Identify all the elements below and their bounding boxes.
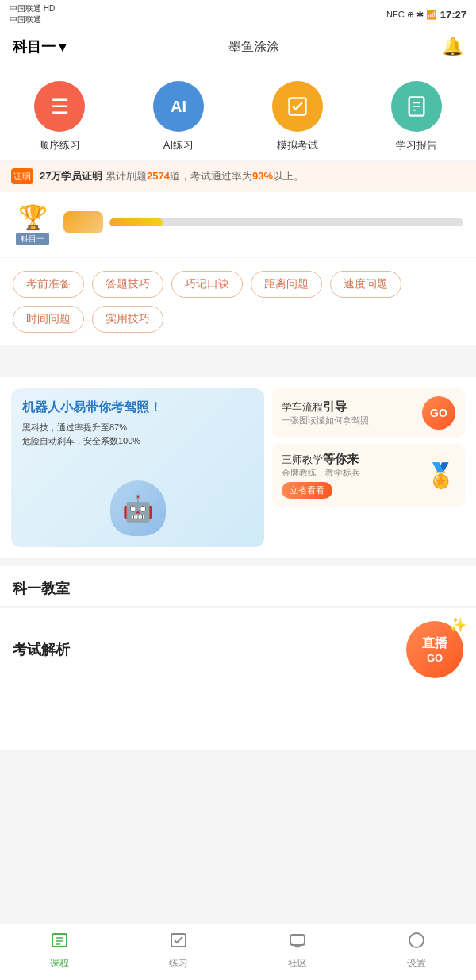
trophy-label: 科目一 [16,233,49,245]
tag-item[interactable]: 考前准备 [13,271,84,298]
trophy-icon: 🏆 [18,203,48,231]
nav-course[interactable]: 课程 [50,931,69,970]
see-button[interactable]: 立省看看 [282,482,332,499]
banner-prefix: 27万学员证明 [40,170,102,182]
dropdown-icon: ▾ [59,38,66,56]
stars-decoration: ✨ [449,616,466,634]
community-icon [288,931,307,955]
nav-practice-label: 练习 [169,957,188,970]
quick-actions: ☰ 顺序练习 AI AI练习 模拟考试 学习报告 [0,65,476,160]
ad-card-teacher[interactable]: 三师教学等你来 金牌教练，教学标兵 立省看看 🏅 [272,444,465,507]
practice-icon [169,931,188,955]
tags-section: 考前准备 答题技巧 巧记口诀 距离问题 速度问题 时间问题 实用技巧 [0,258,476,345]
bottom-nav: 课程 练习 社区 设置 [0,924,476,980]
mock-icon [272,81,323,132]
report-icon [391,81,442,132]
nav-settings[interactable]: 设置 [407,931,426,970]
course-icon [50,931,69,955]
ad-card-guide[interactable]: 学车流程引导 一张图读懂如何拿驾照 GO [272,388,465,438]
analysis-section: 考试解析 ✨ 直播 GO [0,608,476,686]
tag-item[interactable]: 答题技巧 [92,271,163,298]
mock-label: 模拟考试 [277,138,318,152]
live-text: 直播 [422,635,447,652]
banner-strip: 证明 27万学员证明 累计刷题2574道，考试通过率为93%以上。 [0,162,476,191]
ad-left-sub: 黑科技，通过率提升至87% 危险自动刹车，安全系数100% [22,421,253,449]
live-go: GO [427,652,443,664]
banner-icon: 证明 [11,168,33,184]
nav-course-label: 课程 [50,957,69,970]
ad-left[interactable]: 机器人小易带你考驾照！ 黑科技，通过率提升至87% 危险自动刹车，安全系数100… [11,388,264,547]
nav-community-label: 社区 [288,957,307,970]
tag-item[interactable]: 速度问题 [330,271,401,298]
action-report[interactable]: 学习报告 [391,81,442,152]
banner-text: 累计刷题 [106,170,147,182]
analysis-title: 考试解析 [13,640,70,659]
classroom-section-title: 科一教室 [0,566,476,607]
robot-figure: 🤖 [110,480,166,536]
tag-item[interactable]: 时间问题 [13,306,84,333]
medal-icon: 🏅 [426,461,455,489]
subject-selector[interactable]: 科目一 ▾ [13,37,66,56]
progress-bar-area [63,211,463,238]
progress-section: 🏆 科目一 [0,192,476,257]
live-badge[interactable]: ✨ 直播 GO [406,621,463,678]
tag-item[interactable]: 实用技巧 [92,306,163,333]
carrier-info: 中国联通 HD 中国联通 [10,3,55,25]
ad-section: 机器人小易带你考驾照！ 黑科技，通过率提升至87% 危险自动刹车，安全系数100… [0,377,476,558]
tag-item[interactable]: 巧记口诀 [171,271,243,298]
banner-count: 2574 [147,170,170,182]
ad-left-title: 机器人小易带你考驾照！ [22,399,253,416]
action-ai[interactable]: AI AI练习 [153,81,204,152]
go-button[interactable]: GO [422,396,455,430]
settings-icon [407,931,426,955]
tags-row: 考前准备 答题技巧 巧记口诀 距离问题 速度问题 时间问题 实用技巧 [13,271,463,333]
nav-settings-label: 设置 [407,957,426,970]
app-title: 墨鱼涂涂 [228,39,279,56]
status-right: NFC ⊕ ✱ 📶 17:27 [386,9,466,21]
header: 科目一 ▾ 墨鱼涂涂 🔔 [0,29,476,65]
svg-point-11 [409,933,424,947]
report-label: 学习报告 [396,138,437,152]
svg-rect-10 [290,935,305,945]
ai-icon: AI [153,81,204,132]
ai-label: AI练习 [163,138,194,152]
status-bar: 中国联通 HD 中国联通 NFC ⊕ ✱ 📶 17:27 [0,0,476,29]
trophy-area: 🏆 科目一 [13,203,52,245]
sequential-icon: ☰ [34,81,85,132]
tag-item[interactable]: 距离问题 [251,271,322,298]
action-mock[interactable]: 模拟考试 [272,81,323,152]
nav-practice[interactable]: 练习 [169,931,188,970]
sequential-label: 顺序练习 [39,138,80,152]
banner-rate: 93% [252,170,273,182]
bell-icon[interactable]: 🔔 [442,37,463,57]
ad-right: 学车流程引导 一张图读懂如何拿驾照 GO 三师教学等你来 金牌教练，教学标兵 立… [272,388,465,547]
subject-label: 科目一 [13,37,56,56]
action-sequential[interactable]: ☰ 顺序练习 [34,81,85,152]
nav-community[interactable]: 社区 [288,931,307,970]
